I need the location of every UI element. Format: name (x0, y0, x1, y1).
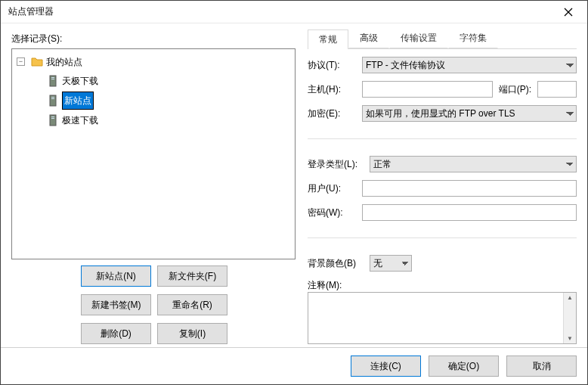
password-label: 密码(W): (308, 206, 356, 219)
tree-item-label: 天极下载 (62, 73, 98, 89)
tree-root[interactable]: − 我的站点 (17, 54, 82, 70)
host-input[interactable] (362, 81, 493, 98)
cancel-button[interactable]: 取消 (506, 356, 577, 377)
new-bookmark-button[interactable]: 新建书签(M) (81, 294, 151, 315)
window-title: 站点管理器 (8, 5, 552, 18)
host-label: 主机(H): (308, 83, 356, 96)
folder-icon (31, 56, 43, 68)
svg-rect-9 (51, 116, 54, 117)
site-action-buttons: 新站点(N) 新文件夹(F) 新建书签(M) 重命名(R) 删除(D) 复制(I… (11, 265, 296, 344)
scroll-up-icon: ▲ (567, 294, 573, 301)
scrollbar[interactable]: ▲ ▼ (563, 293, 576, 343)
tab-transfer[interactable]: 传输设置 (389, 28, 448, 48)
encryption-select[interactable]: 如果可用，使用显式的 FTP over TLS (362, 105, 577, 122)
password-input[interactable] (362, 204, 577, 221)
ok-button[interactable]: 确定(O) (429, 356, 499, 377)
tree-root-label: 我的站点 (46, 54, 82, 70)
delete-button[interactable]: 删除(D) (81, 323, 151, 344)
scroll-down-icon: ▼ (567, 335, 573, 342)
logintype-label: 登录类型(L): (308, 158, 364, 171)
svg-rect-3 (51, 77, 54, 78)
svg-rect-6 (51, 97, 54, 98)
bgcolor-label: 背景颜色(B) (308, 257, 364, 270)
logintype-select[interactable]: 正常 (370, 156, 577, 172)
site-manager-window: 站点管理器 选择记录(S): − 我的站 (0, 0, 588, 385)
dialog-footer: 连接(C) 确定(O) 取消 (1, 347, 587, 384)
new-folder-button[interactable]: 新文件夹(F) (157, 265, 227, 287)
left-panel: 选择记录(S): − 我的站点 (11, 31, 296, 344)
port-label: 端口(P): (499, 83, 531, 96)
server-icon (47, 114, 59, 126)
port-input[interactable] (537, 81, 577, 98)
copy-button[interactable]: 复制(I) (157, 323, 227, 344)
tree-item-label-editing[interactable]: 新站点 (62, 92, 94, 110)
comments-box: ▲ ▼ (308, 292, 577, 344)
select-entry-label: 选择记录(S): (11, 33, 296, 45)
close-icon (562, 6, 574, 18)
user-label: 用户(U): (308, 182, 356, 195)
separator (308, 238, 577, 238)
tree-item[interactable]: 天极下载 (33, 73, 98, 89)
tree-item[interactable]: 极速下载 (33, 112, 98, 129)
bgcolor-select[interactable]: 无 (370, 255, 412, 272)
general-form: 协议(T): FTP - 文件传输协议 主机(H): 端口(P): 加密(E):… (308, 57, 577, 292)
titlebar: 站点管理器 (1, 1, 587, 23)
svg-rect-4 (51, 79, 54, 79)
right-panel: 常规 高级 传输设置 字符集 协议(T): FTP - 文件传输协议 主机(H)… (308, 31, 577, 344)
rename-button[interactable]: 重命名(R) (157, 294, 227, 315)
server-icon (47, 75, 59, 87)
comments-textarea[interactable] (308, 293, 563, 343)
tab-bar: 常规 高级 传输设置 字符集 (308, 31, 577, 49)
svg-rect-7 (51, 98, 54, 99)
new-site-button[interactable]: 新站点(N) (81, 265, 151, 287)
site-tree[interactable]: − 我的站点 (11, 48, 296, 259)
tab-general[interactable]: 常规 (308, 29, 348, 49)
tree-item-label: 极速下载 (62, 112, 98, 129)
encryption-label: 加密(E): (308, 107, 356, 120)
protocol-select[interactable]: FTP - 文件传输协议 (362, 57, 577, 73)
protocol-label: 协议(T): (308, 59, 356, 72)
tab-charset[interactable]: 字符集 (448, 28, 498, 48)
collapse-icon[interactable]: − (17, 57, 25, 66)
svg-rect-10 (51, 118, 54, 119)
close-button[interactable] (552, 2, 584, 23)
comments-label: 注释(M): (308, 279, 356, 292)
connect-button[interactable]: 连接(C) (351, 356, 421, 377)
tree-item-selected[interactable]: 新站点 (33, 92, 94, 110)
server-icon (47, 95, 59, 107)
user-input[interactable] (362, 180, 577, 197)
tab-advanced[interactable]: 高级 (348, 28, 389, 48)
separator (308, 138, 577, 139)
